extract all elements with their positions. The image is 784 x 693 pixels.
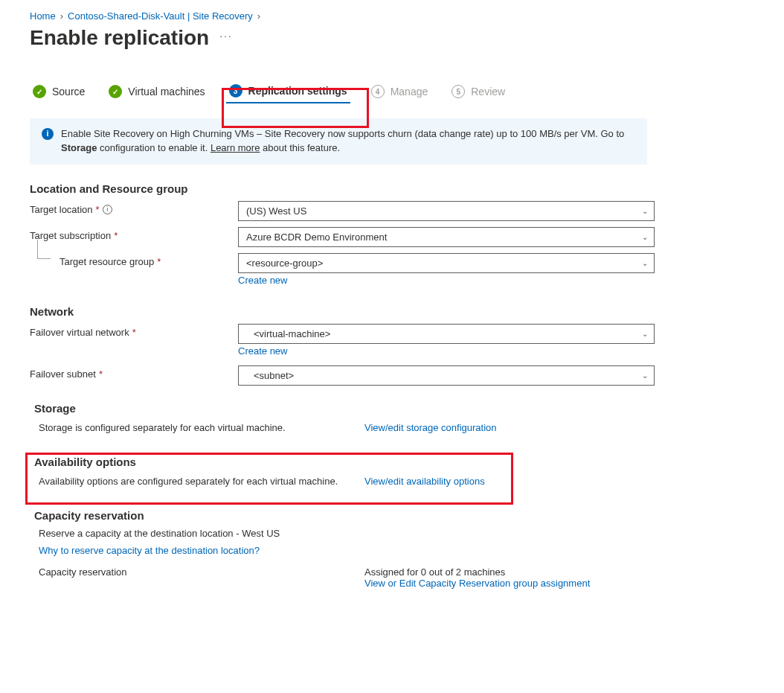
wizard-steps: ✓ Source ✓ Virtual machines 3 Replicatio… [30, 80, 754, 103]
info-text: Enable Site Recovery on High Churning VM… [61, 127, 635, 156]
select-value: <resource-group> [246, 258, 323, 269]
view-edit-availability-link[interactable]: View/edit availability options [364, 476, 485, 487]
section-storage: Storage [34, 402, 754, 415]
step-label: Virtual machines [128, 86, 205, 98]
chevron-right-icon: › [60, 10, 63, 22]
step-source[interactable]: ✓ Source [30, 80, 88, 103]
indent-bracket [37, 240, 51, 259]
chevron-down-icon: ⌄ [642, 259, 648, 267]
step-number-icon: 3 [229, 84, 242, 98]
step-label: Replication settings [248, 85, 347, 97]
check-icon: ✓ [109, 85, 122, 98]
step-virtual-machines[interactable]: ✓ Virtual machines [106, 80, 208, 103]
step-label: Manage [391, 86, 428, 98]
capacity-assigned-text: Assigned for 0 out of 2 machines [364, 566, 590, 578]
step-label: Review [471, 86, 505, 98]
chevron-down-icon: ⌄ [642, 233, 648, 241]
capacity-description: Reserve a capacity at the destination lo… [39, 528, 754, 539]
select-value: (US) West US [246, 205, 306, 217]
capacity-reservation-label: Capacity reservation [39, 566, 351, 578]
check-icon: ✓ [33, 85, 46, 98]
info-banner: i Enable Site Recovery on High Churning … [30, 118, 647, 165]
why-reserve-link[interactable]: Why to reserve capacity at the destinati… [39, 545, 754, 556]
chevron-down-icon: ⌄ [642, 330, 648, 338]
failover-vnet-select[interactable]: <virtual-machine> ⌄ [238, 324, 655, 344]
info-icon: i [42, 128, 54, 140]
create-new-vnet-link[interactable]: Create new [238, 345, 287, 357]
storage-description: Storage is configured separately for eac… [39, 422, 351, 433]
select-value: <virtual-machine> [246, 328, 330, 339]
info-hint-icon[interactable]: i [103, 205, 112, 214]
step-label: Source [52, 86, 85, 98]
target-location-label: Target location * i [30, 201, 238, 215]
step-number-icon: 4 [371, 85, 385, 98]
step-number-icon: 5 [452, 85, 465, 98]
chevron-down-icon: ⌄ [642, 371, 648, 380]
chevron-right-icon: › [257, 10, 260, 22]
failover-subnet-select[interactable]: <subnet> ⌄ [238, 365, 655, 386]
step-review: 5 Review [449, 80, 508, 103]
step-manage: 4 Manage [368, 80, 431, 103]
page-title: Enable replication [30, 26, 209, 50]
availability-description: Availability options are configured sepa… [39, 476, 351, 487]
create-new-rg-link[interactable]: Create new [238, 275, 287, 286]
section-location-rg: Location and Resource group [30, 182, 754, 195]
breadcrumb-vault[interactable]: Contoso-Shared-Disk-Vault | Site Recover… [68, 10, 253, 22]
target-rg-label: Target resource group * [30, 253, 238, 267]
target-location-select[interactable]: (US) West US ⌄ [238, 201, 655, 221]
breadcrumb-home[interactable]: Home [30, 10, 56, 22]
select-value: <subnet> [246, 370, 294, 381]
section-capacity: Capacity reservation [34, 509, 754, 522]
chevron-down-icon: ⌄ [642, 207, 648, 215]
failover-vnet-label: Failover virtual network * [30, 324, 238, 338]
more-actions-button[interactable]: ··· [219, 30, 233, 46]
target-subscription-label: Target subscription * [30, 227, 238, 241]
breadcrumb: Home › Contoso-Shared-Disk-Vault | Site … [30, 10, 754, 22]
learn-more-link[interactable]: Learn more [211, 142, 260, 153]
section-network: Network [30, 305, 754, 318]
target-rg-select[interactable]: <resource-group> ⌄ [238, 253, 655, 273]
view-edit-capacity-link[interactable]: View or Edit Capacity Reservation group … [364, 578, 590, 589]
failover-subnet-label: Failover subnet * [30, 365, 238, 380]
step-replication-settings[interactable]: 3 Replication settings [226, 80, 350, 103]
view-edit-storage-link[interactable]: View/edit storage configuration [364, 422, 497, 433]
section-availability: Availability options [34, 456, 754, 468]
target-subscription-select[interactable]: Azure BCDR Demo Environment ⌄ [238, 227, 655, 247]
select-value: Azure BCDR Demo Environment [246, 231, 387, 243]
